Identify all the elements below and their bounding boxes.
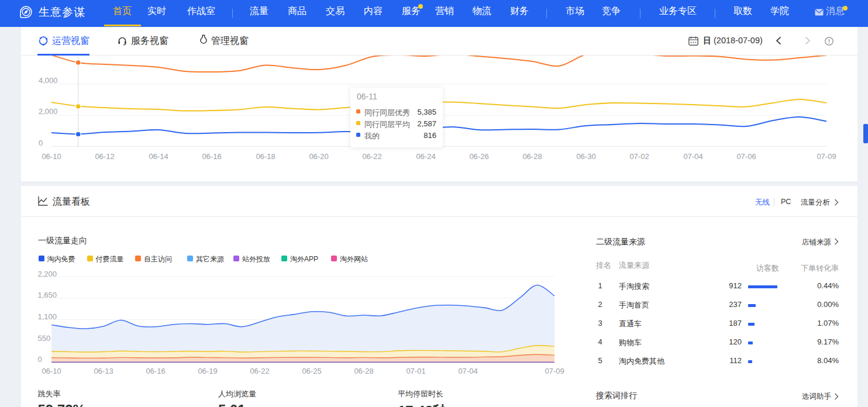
- svg-text:2,200: 2,200: [38, 270, 57, 278]
- svg-text:06-25: 06-25: [302, 367, 321, 375]
- svg-text:2,000: 2,000: [39, 107, 58, 116]
- svg-text:06-13: 06-13: [94, 367, 113, 375]
- svg-text:06-10: 06-10: [42, 367, 61, 375]
- svg-text:07-01: 07-01: [406, 367, 425, 375]
- svg-text:06-16: 06-16: [146, 367, 165, 375]
- svg-text:1,650: 1,650: [38, 291, 57, 299]
- svg-text:07-09: 07-09: [545, 367, 564, 375]
- svg-text:06-24: 06-24: [416, 152, 435, 161]
- svg-text:07-04: 07-04: [683, 152, 702, 161]
- svg-text:07-09: 07-09: [817, 152, 836, 161]
- svg-text:06-19: 06-19: [198, 367, 217, 375]
- svg-text:06-20: 06-20: [309, 152, 328, 161]
- svg-text:06-28: 06-28: [354, 367, 373, 375]
- svg-text:1,100: 1,100: [38, 312, 57, 321]
- svg-text:06-18: 06-18: [256, 152, 275, 161]
- svg-text:07-02: 07-02: [629, 152, 649, 161]
- svg-text:06-28: 06-28: [522, 152, 542, 161]
- svg-text:06-10: 06-10: [42, 152, 61, 161]
- svg-text:06-16: 06-16: [202, 152, 221, 161]
- svg-text:06-26: 06-26: [469, 152, 488, 161]
- svg-text:4,000: 4,000: [39, 76, 58, 85]
- svg-text:0: 0: [39, 139, 43, 147]
- svg-text:06-12: 06-12: [95, 152, 114, 161]
- svg-text:0: 0: [38, 355, 42, 364]
- svg-text:06-30: 06-30: [576, 152, 595, 161]
- svg-text:06-14: 06-14: [149, 152, 168, 161]
- svg-text:07-04: 07-04: [458, 367, 477, 375]
- svg-text:550: 550: [38, 334, 51, 343]
- svg-text:06-22: 06-22: [362, 152, 381, 161]
- svg-text:06-22: 06-22: [250, 367, 269, 375]
- svg-text:07-06: 07-06: [736, 152, 756, 161]
